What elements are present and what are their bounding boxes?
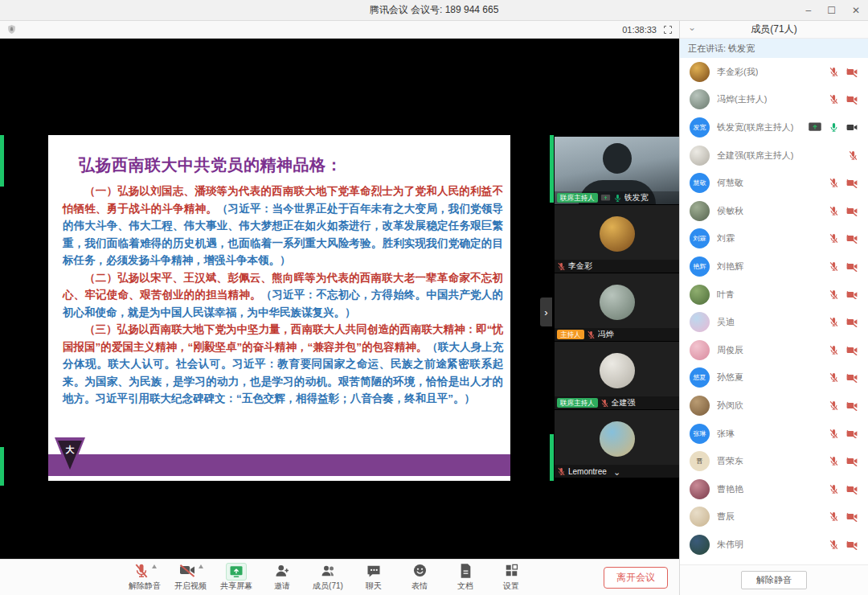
member-row[interactable]: 曹辰 <box>680 503 868 531</box>
member-avatar <box>690 312 710 332</box>
camera-off-icon <box>845 429 858 439</box>
member-name: 吴迪 <box>717 316 735 328</box>
member-status-icons <box>829 540 858 550</box>
caret-up-icon[interactable] <box>199 564 203 568</box>
toolbar-item-label: 设置 <box>503 581 519 592</box>
participant-name: 冯烨 <box>598 329 614 340</box>
member-name: 刘霖 <box>717 232 735 244</box>
video-tile[interactable]: 李金彩 <box>555 205 679 273</box>
video-thumbnails-column: 联席主持人铁发宽李金彩主持人冯烨联席主持人全建强Lemontree⌄ <box>555 137 679 478</box>
slide-title: 弘扬西南联大中共党员的精神品格： <box>79 154 510 176</box>
member-name: 叶青 <box>717 289 735 301</box>
member-status-icons <box>829 484 858 494</box>
member-row[interactable]: 全建强(联席主持人) <box>680 142 868 170</box>
members-panel-header[interactable]: ⌄ 成员(71人) <box>680 21 868 39</box>
tile-name-bar: 李金彩 <box>555 260 679 273</box>
toolbar-item-settings[interactable]: 设置 <box>493 563 529 592</box>
toolbar-item-emoji[interactable]: 表情 <box>402 563 437 592</box>
member-status-icons <box>829 178 858 188</box>
member-row[interactable]: 李金彩(我) <box>680 58 868 86</box>
member-avatar: 悠夏 <box>690 367 710 388</box>
toolbar-item-label: 成员(71) <box>313 581 343 592</box>
toolbar-item-label: 解除静音 <box>129 581 161 592</box>
minimize-button[interactable]: – <box>805 6 811 15</box>
member-status-icons <box>829 317 858 327</box>
camera-off-icon <box>845 94 858 105</box>
members-panel-footer: 解除静音 <box>680 564 868 595</box>
member-avatar <box>690 396 710 416</box>
share-border-segment <box>0 135 4 187</box>
video-tile[interactable]: 主持人冯烨 <box>555 273 679 342</box>
participant-avatar <box>600 421 635 457</box>
toolbar-item-share[interactable]: 共享屏幕 <box>219 563 254 592</box>
panel-collapse-chevron-icon[interactable]: ⌄ <box>688 22 696 33</box>
mic-on-icon <box>829 122 839 133</box>
toolbar-item-chat[interactable]: 聊天 <box>356 563 391 592</box>
tile-name-bar: 联席主持人全建强 <box>555 396 679 409</box>
share-border-segment <box>550 434 554 481</box>
camera-off-icon <box>845 400 858 411</box>
mic-muted-icon <box>829 261 839 272</box>
close-button[interactable]: ✕ <box>852 6 860 15</box>
member-row[interactable]: 悠夏孙悠夏 <box>680 364 868 392</box>
member-row[interactable]: 张琳张琳 <box>680 420 868 448</box>
member-row[interactable]: 叶青 <box>680 281 868 309</box>
member-status-icons <box>829 429 858 439</box>
leave-meeting-button[interactable]: 离开会议 <box>604 567 668 589</box>
toolbar-item-camera[interactable]: 开启视频 <box>173 563 208 592</box>
window-titlebar[interactable]: 腾讯会议 会议号: 189 944 665 – ☐ ✕ <box>0 0 868 21</box>
maximize-button[interactable]: ☐ <box>827 6 836 15</box>
fullscreen-icon[interactable] <box>663 25 673 35</box>
member-row[interactable]: 朱伟明 <box>680 531 868 559</box>
member-name: 孙悠夏 <box>717 371 743 384</box>
camera-on-icon <box>845 122 858 133</box>
member-row[interactable]: 周俊辰 <box>680 336 868 364</box>
member-name: 侯敏秋 <box>717 205 743 217</box>
member-row[interactable]: 冯烨(主持人) <box>680 86 868 114</box>
bottom-toolbar: 解除静音开启视频共享屏幕邀请成员(71)聊天表情文档设置 离开会议 <box>0 559 679 595</box>
toolbar-item-members[interactable]: 成员(71) <box>310 563 346 592</box>
member-avatar <box>690 479 710 499</box>
speaking-indicator: 正在讲话: 铁发宽 <box>680 39 868 58</box>
mic-muted-icon <box>829 511 839 522</box>
member-avatar <box>690 340 710 360</box>
caret-up-icon[interactable] <box>152 564 157 568</box>
member-row[interactable]: 艳辉刘艳辉 <box>680 252 868 281</box>
slide-paragraph: （一）弘扬以刘国志、潘琰等为代表的西南联大地下党革命烈士为了党和人民的利益不怕牺… <box>63 183 503 269</box>
camera-off-icon <box>845 67 858 77</box>
member-row[interactable]: 吴迪 <box>680 308 868 336</box>
member-row[interactable]: 发宽铁发宽(联席主持人) <box>680 113 868 142</box>
member-avatar <box>690 285 710 305</box>
participant-name: 李金彩 <box>568 261 592 272</box>
role-badge: 主持人 <box>557 330 584 339</box>
video-tile[interactable]: 联席主持人铁发宽 <box>555 137 679 205</box>
member-name: 刘艳辉 <box>717 261 743 273</box>
member-row[interactable]: 侯敏秋 <box>680 197 868 225</box>
toolbar-item-label: 邀请 <box>274 581 290 592</box>
member-row[interactable]: 曹艳艳 <box>680 475 868 503</box>
mic-muted-icon <box>829 372 839 383</box>
video-tile[interactable]: Lemontree⌄ <box>555 410 679 478</box>
toolbar-item-mute[interactable]: 解除静音 <box>127 563 162 592</box>
shared-screen-stage: 弘扬西南联大中共党员的精神品格： （一）弘扬以刘国志、潘琰等为代表的西南联大地下… <box>0 39 679 559</box>
member-row[interactable]: 晋晋荣东 <box>680 447 868 475</box>
role-badge: 联席主持人 <box>557 193 598 203</box>
member-status-icons <box>829 400 858 411</box>
mic-muted-icon <box>829 400 839 411</box>
toolbar-item-invite[interactable]: 邀请 <box>264 563 300 592</box>
member-row[interactable]: 孙闵欣 <box>680 392 868 420</box>
member-status-icons <box>829 456 858 466</box>
member-row[interactable]: 刘霖刘霖 <box>680 225 868 253</box>
toolbar-item-docs[interactable]: 文档 <box>448 563 483 592</box>
camera-off-icon <box>845 178 858 188</box>
mic-muted-icon <box>829 429 839 439</box>
unmute-button[interactable]: 解除静音 <box>741 571 807 589</box>
video-tile[interactable]: 联席主持人全建强 <box>555 342 679 410</box>
member-list[interactable]: 李金彩(我)冯烨(主持人)发宽铁发宽(联席主持人)全建强(联席主持人)慧敬何慧敬… <box>680 58 868 564</box>
member-row[interactable]: 慧敬何慧敬 <box>680 169 868 197</box>
member-status-icons <box>829 67 858 77</box>
meeting-security-icon[interactable] <box>6 24 17 35</box>
chevron-down-icon[interactable]: ⌄ <box>613 468 620 477</box>
video-panel-collapse-handle[interactable]: › <box>540 298 552 326</box>
member-status-icons <box>829 372 858 383</box>
